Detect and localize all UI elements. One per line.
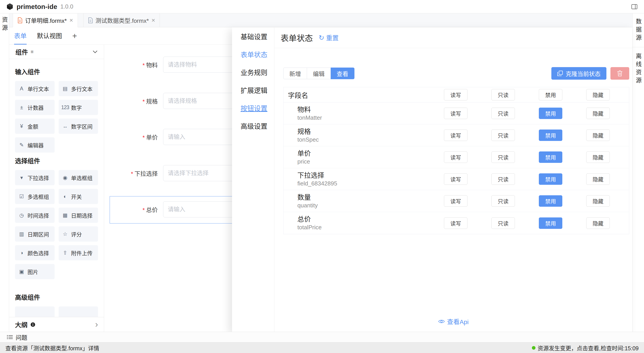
- component-item-partial[interactable]: [15, 306, 54, 317]
- field-code: price: [298, 158, 444, 165]
- state-button-readwrite[interactable]: 读写: [444, 130, 468, 141]
- state-button-disabled[interactable]: 禁用: [539, 130, 562, 141]
- component-item-color-picker[interactable]: ◑颜色选择: [15, 245, 54, 260]
- editor-icon: ✎: [18, 142, 25, 148]
- chevron-right-icon[interactable]: ›: [95, 320, 98, 329]
- component-item-number[interactable]: 123数字: [59, 100, 98, 115]
- field-label: *总价: [104, 205, 158, 214]
- state-button-hidden[interactable]: 隐藏: [586, 89, 610, 100]
- state-button-readwrite[interactable]: 读写: [444, 89, 468, 100]
- rail-tab-offline-resources[interactable]: 离线资源: [634, 53, 642, 85]
- rail-tab-datasource[interactable]: 数据源: [634, 18, 642, 42]
- state-button-disabled[interactable]: 禁用: [539, 89, 562, 100]
- component-item-single-text[interactable]: A单行文本: [15, 81, 54, 96]
- close-icon[interactable]: ×: [69, 17, 73, 24]
- component-item-checkbox-group[interactable]: ☑多选框组: [15, 189, 54, 204]
- table-row: 数量 quantity 读写 只读 禁用 隐藏: [284, 190, 629, 212]
- components-list: 输入组件 A单行文本 ▤多行文本 ±计数器 123数字 ¥金额 ↔数字区间 ✎编…: [9, 59, 104, 317]
- view-tab-form[interactable]: 表单: [14, 27, 27, 44]
- table-header-row: 字段名 读写 只读 禁用 隐藏: [284, 87, 629, 102]
- state-button-hidden[interactable]: 隐藏: [586, 130, 610, 141]
- state-button-disabled[interactable]: 禁用: [539, 152, 562, 163]
- component-item-date-range[interactable]: ▥日期区间: [15, 226, 54, 242]
- chevron-down-icon[interactable]: [93, 50, 98, 54]
- problems-bar[interactable]: 问题: [0, 332, 644, 342]
- switch-icon: ◐: [61, 194, 69, 200]
- panel-toggle-icon[interactable]: [631, 3, 638, 10]
- field-code: totalPrice: [298, 224, 444, 231]
- component-item-image[interactable]: ▣图片: [15, 264, 54, 279]
- component-item-partial[interactable]: [59, 306, 98, 317]
- component-item-time-picker[interactable]: ◷时间选择: [15, 208, 54, 223]
- state-button-hidden[interactable]: 隐藏: [586, 108, 610, 119]
- state-button-readwrite[interactable]: 读写: [444, 108, 468, 119]
- table-row: 下拉选择 field_68342895 读写 只读 禁用 隐藏: [284, 168, 629, 190]
- reset-button[interactable]: ↻ 重置: [319, 33, 338, 42]
- table-row: 单价 price 读写 只读 禁用 隐藏: [284, 146, 629, 168]
- component-item-editor[interactable]: ✎编辑器: [15, 137, 54, 152]
- state-button-readonly[interactable]: 只读: [492, 195, 515, 207]
- state-button-hidden[interactable]: 隐藏: [586, 218, 610, 229]
- component-item-number-range[interactable]: ↔数字区间: [59, 118, 98, 134]
- rail-tab-resources[interactable]: 资源: [0, 16, 9, 332]
- component-item-switch[interactable]: ◐开关: [59, 189, 98, 204]
- state-button-disabled[interactable]: 禁用: [539, 173, 562, 185]
- state-button-disabled[interactable]: 禁用: [539, 218, 562, 229]
- component-item-date-picker[interactable]: ▦日期选择: [59, 208, 98, 223]
- component-item-radio-group[interactable]: ◉单选框组: [59, 170, 98, 185]
- state-toolbar: 新增 编辑 查看 克隆当前状态: [283, 67, 629, 80]
- required-asterisk: *: [142, 62, 145, 69]
- component-item-multi-text[interactable]: ▤多行文本: [59, 81, 98, 96]
- state-button-readwrite[interactable]: 读写: [444, 152, 468, 163]
- resource-change-notice[interactable]: 资源发生变更，点击查看,检查时间:15:09: [532, 344, 639, 352]
- state-button-hidden[interactable]: 隐藏: [586, 195, 610, 207]
- nav-item-button-settings[interactable]: 按钮设置: [232, 99, 274, 117]
- nav-item-extension-logic[interactable]: 扩展逻辑: [232, 81, 274, 99]
- state-button-readonly[interactable]: 只读: [492, 89, 515, 100]
- state-button-readonly[interactable]: 只读: [492, 130, 515, 141]
- component-item-rating[interactable]: ☆评分: [59, 226, 98, 242]
- state-button-readonly[interactable]: 只读: [492, 173, 515, 185]
- file-tab-order-detail[interactable]: 订单明细.formx* ×: [13, 13, 78, 27]
- state-button-readonly[interactable]: 只读: [492, 152, 515, 163]
- state-button-hidden[interactable]: 隐藏: [586, 152, 610, 163]
- file-tab-label: 订单明细.formx*: [25, 16, 67, 24]
- state-button-readwrite[interactable]: 读写: [444, 195, 468, 207]
- required-asterisk: *: [142, 207, 145, 214]
- outline-bar[interactable]: 大纲 ›: [9, 317, 104, 332]
- nav-item-business-rules[interactable]: 业务规则: [232, 63, 274, 81]
- state-button-readwrite[interactable]: 读写: [444, 173, 468, 185]
- mode-tab-view[interactable]: 查看: [331, 68, 354, 79]
- view-api-link[interactable]: 查看Api: [438, 317, 468, 326]
- state-button-readonly[interactable]: 只读: [492, 218, 515, 229]
- component-item-attachment-upload[interactable]: ⇧附件上传: [59, 245, 98, 260]
- trash-icon: [617, 70, 623, 76]
- close-icon[interactable]: ×: [152, 17, 155, 24]
- nav-item-basic-settings[interactable]: 基础设置: [232, 27, 274, 45]
- state-button-readwrite[interactable]: 读写: [444, 218, 468, 229]
- state-button-hidden[interactable]: 隐藏: [586, 173, 610, 185]
- eye-icon: [438, 319, 445, 324]
- nav-item-advanced-settings[interactable]: 高级设置: [232, 117, 274, 135]
- state-button-disabled[interactable]: 禁用: [539, 108, 562, 119]
- mode-tab-add[interactable]: 新增: [283, 68, 307, 79]
- view-tab-default-view[interactable]: 默认视图: [37, 27, 62, 44]
- state-button-readonly[interactable]: 只读: [492, 108, 515, 119]
- component-item-dropdown[interactable]: ▾下拉选择: [15, 170, 54, 185]
- components-panel-header[interactable]: 组件 ≡: [9, 45, 104, 59]
- add-view-button[interactable]: +: [72, 27, 77, 44]
- component-item-counter[interactable]: ±计数器: [15, 100, 54, 115]
- required-asterisk: *: [131, 170, 133, 177]
- file-tab-label: 测试数据类型.formx*: [96, 16, 149, 24]
- upload-icon: ⇧: [61, 250, 69, 256]
- mode-tab-edit[interactable]: 编辑: [307, 68, 331, 79]
- state-button-disabled[interactable]: 禁用: [539, 195, 562, 207]
- clone-current-state-button[interactable]: 克隆当前状态: [551, 67, 606, 80]
- nav-item-form-state[interactable]: 表单状态: [232, 45, 274, 63]
- status-left-text[interactable]: 查看资源「测试数据类型.formx」详情: [5, 344, 99, 352]
- copy-icon: [557, 70, 563, 76]
- delete-state-button[interactable]: [610, 67, 629, 80]
- file-tab-test-datatype[interactable]: 测试数据类型.formx* ×: [83, 13, 160, 27]
- field-name: 单价: [298, 149, 444, 158]
- component-item-amount[interactable]: ¥金额: [15, 118, 54, 134]
